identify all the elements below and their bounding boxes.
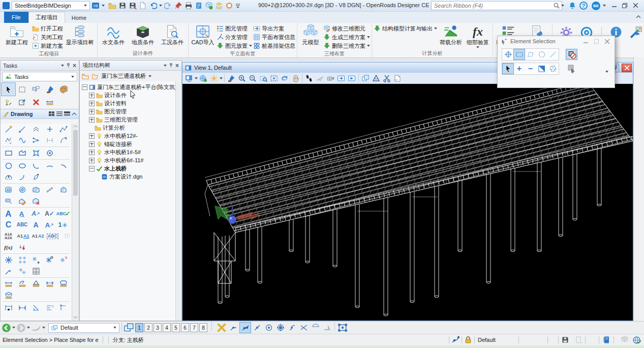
tag-copy-tool[interactable]: A1A2 xyxy=(31,230,45,243)
layout-list-icon[interactable] xyxy=(56,111,63,117)
tree-node[interactable]: 图元管理 xyxy=(82,107,176,115)
view-next-icon[interactable] xyxy=(347,74,357,83)
element-info-tool[interactable] xyxy=(2,96,15,108)
drawing-tool-icon[interactable] xyxy=(15,195,29,208)
expand-all-icon[interactable] xyxy=(91,73,99,80)
locks-padlock-icon[interactable] xyxy=(464,336,472,344)
help-icon[interactable]: ? xyxy=(579,2,588,10)
drawing-tool-icon[interactable] xyxy=(56,134,70,147)
view-toggle-2[interactable]: 2 xyxy=(144,323,152,332)
delete-element-tool[interactable] xyxy=(29,96,43,108)
snap-multi-point-icon[interactable] xyxy=(337,323,348,333)
collapse-node-icon[interactable] xyxy=(89,166,95,171)
close-panel-icon[interactable]: × xyxy=(175,63,179,69)
drawing-tool-icon[interactable] xyxy=(43,134,56,147)
drawing-tools-row[interactable] xyxy=(1,124,72,135)
text-tools-row[interactable]: f(x) xyxy=(1,242,72,253)
workflow-selector[interactable]: SteelBridgeBIMDesign xyxy=(12,1,90,10)
drawing-tool-icon[interactable] xyxy=(2,134,15,147)
drawing-section-header[interactable]: Drawing xyxy=(1,109,79,119)
save-settings-icon[interactable] xyxy=(129,2,137,10)
drawing-tool-icon[interactable] xyxy=(29,134,43,147)
chevron-down-icon[interactable] xyxy=(148,75,151,77)
active-snap-icon[interactable] xyxy=(451,336,459,344)
branch-manage-button[interactable]: 分支管理 xyxy=(217,33,252,41)
drawing-tool-icon[interactable] xyxy=(43,160,56,172)
zoom-out-icon[interactable] xyxy=(248,74,258,83)
connection-globe-icon[interactable] xyxy=(632,336,641,344)
snap-nearest-icon[interactable] xyxy=(228,323,239,333)
layout-detail-icon[interactable] xyxy=(64,111,70,117)
search-options-chevron-icon[interactable] xyxy=(561,5,564,7)
export-selection-icon[interactable] xyxy=(629,26,642,39)
redo-icon[interactable] xyxy=(164,2,172,10)
delete-3d-scheme-button[interactable]: 删除三维方案 xyxy=(323,42,370,50)
tasks-dropdown[interactable]: Tasks xyxy=(2,72,77,81)
geology-button[interactable]: 地质条件 xyxy=(129,23,157,46)
expand-node-icon[interactable] xyxy=(89,141,95,147)
generate-3d-scheme-button[interactable]: 生成三维方案 xyxy=(323,33,370,41)
tree-node-file[interactable]: 方案设计.dgn xyxy=(82,172,176,181)
close-panel-icon[interactable]: × xyxy=(73,63,76,69)
design-history-icon[interactable] xyxy=(574,336,582,344)
window-area-icon[interactable] xyxy=(258,74,268,83)
drawing-tools-row[interactable] xyxy=(1,148,72,159)
drawing-tools-row[interactable] xyxy=(1,171,72,183)
references-icon[interactable] xyxy=(225,2,233,10)
collapse-node-icon[interactable] xyxy=(82,84,87,90)
measure-radius-icon[interactable] xyxy=(15,278,29,291)
view-display-style-icon[interactable] xyxy=(184,74,194,83)
new-scheme-button[interactable]: 新建方案 xyxy=(32,42,63,50)
dimension-corner-icon[interactable] xyxy=(56,302,70,314)
search-icon[interactable] xyxy=(553,2,560,9)
scale-tool[interactable] xyxy=(15,96,29,108)
chevron-down-icon[interactable] xyxy=(195,77,198,79)
dialog-expand-chevron-icon[interactable] xyxy=(605,71,608,73)
clear-selection-icon[interactable] xyxy=(547,64,558,74)
point-table-tool[interactable] xyxy=(29,265,43,278)
fit-view-icon[interactable] xyxy=(269,74,279,83)
point-between-tool[interactable] xyxy=(56,254,70,267)
update-fields-tool[interactable] xyxy=(15,241,29,254)
drawing-tools-row[interactable] xyxy=(1,195,72,207)
back-view-icon[interactable] xyxy=(2,323,11,333)
working-conditions-button[interactable]: 工况条件 xyxy=(158,23,187,46)
drawing-tools-row[interactable] xyxy=(1,184,72,195)
measure-distance-tool[interactable] xyxy=(43,96,56,108)
dialog-close-icon[interactable] xyxy=(603,39,611,44)
save-icon[interactable] xyxy=(118,2,127,10)
chevron-down-icon[interactable] xyxy=(12,327,15,329)
unsaved-changes-icon[interactable] xyxy=(561,336,569,344)
drawing-tool-icon[interactable] xyxy=(56,160,70,172)
view-brightness-icon[interactable] xyxy=(209,74,219,83)
drawing-tool-icon[interactable] xyxy=(2,171,15,184)
close-project-button[interactable]: 关闭工程 xyxy=(32,33,63,41)
point-tools-row[interactable] xyxy=(1,254,72,266)
dimension-angular-icon[interactable] xyxy=(29,302,43,314)
circle-select-icon[interactable] xyxy=(536,49,547,60)
element-selection-tool[interactable] xyxy=(2,83,15,96)
modify-3d-elements-button[interactable]: 修改三维图元 xyxy=(323,24,370,33)
tab-home[interactable]: Home xyxy=(65,12,93,23)
tree-node[interactable]: 水中栈桥12#- xyxy=(82,132,176,140)
chevron-down-icon[interactable] xyxy=(61,65,64,67)
pile-bent-info-button[interactable]: 桩基排架信息 xyxy=(253,42,295,50)
pin-panel-icon[interactable] xyxy=(66,63,71,68)
minimize-button[interactable] xyxy=(610,2,619,9)
navigate-view-icon[interactable] xyxy=(325,74,335,83)
drawing-tool-icon[interactable] xyxy=(43,184,56,196)
plan-layout-info-button[interactable]: 平面布置信息 xyxy=(253,33,295,41)
clip-volume-icon[interactable] xyxy=(371,74,381,83)
scroll-down-icon[interactable] xyxy=(73,315,78,319)
drawing-tool-icon[interactable] xyxy=(29,171,43,184)
view-history-icon[interactable] xyxy=(31,324,41,332)
select-text-tool[interactable]: ABC xyxy=(46,230,59,243)
shape-select-tool[interactable] xyxy=(29,83,43,96)
apply-display-style-icon[interactable] xyxy=(226,74,236,83)
dimension-tools-row[interactable]: 2 xyxy=(1,302,72,313)
undo-history-chevron-icon[interactable] xyxy=(159,5,162,7)
meta-model-button[interactable]: 元模型 xyxy=(299,23,322,46)
cad-import-button[interactable]: CAD导入 xyxy=(190,23,216,46)
view-toggle-8[interactable]: 8 xyxy=(199,323,207,332)
hydrology-button[interactable]: 水文条件 xyxy=(99,23,128,46)
